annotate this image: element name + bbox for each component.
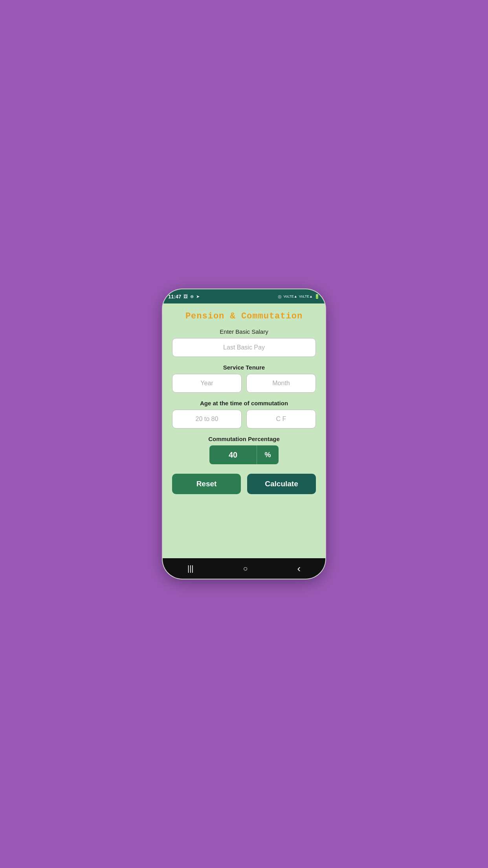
phone-frame: 11:47 🖼 ⊕ ➤ ◎ VoLTE▲ VoLTE▲ 🔋 Pension & … bbox=[163, 289, 325, 579]
cf-input[interactable] bbox=[246, 410, 316, 428]
reset-button[interactable]: Reset bbox=[172, 474, 241, 494]
month-input[interactable] bbox=[246, 374, 316, 393]
calculate-button[interactable]: Calculate bbox=[247, 474, 316, 494]
basic-salary-label: Enter Basic Salary bbox=[220, 328, 268, 335]
back-button[interactable]: ‹ bbox=[289, 559, 308, 578]
status-bar-left: 11:47 🖼 ⊕ ➤ bbox=[168, 294, 200, 300]
signal1-icon: VoLTE▲ bbox=[283, 294, 297, 298]
pct-symbol-display: % bbox=[257, 445, 279, 464]
age-commutation-label: Age at the time of commutation bbox=[200, 400, 288, 406]
status-icons-right: ◎ VoLTE▲ VoLTE▲ 🔋 bbox=[278, 294, 320, 299]
recent-apps-button[interactable]: ||| bbox=[180, 561, 202, 576]
globe-icon: ⊕ bbox=[190, 294, 194, 299]
pct-value-display: 40 bbox=[209, 445, 257, 464]
service-tenure-inputs bbox=[172, 374, 316, 393]
signal2-icon: VoLTE▲ bbox=[299, 294, 313, 298]
year-input[interactable] bbox=[172, 374, 242, 393]
app-content: Pension & Commutation Enter Basic Salary… bbox=[163, 303, 325, 558]
commutation-pct-label: Commutation Percentage bbox=[208, 436, 280, 442]
commutation-pct-row: 40 % bbox=[209, 445, 279, 464]
service-tenure-label: Service Tenure bbox=[223, 364, 265, 371]
app-title: Pension & Commutation bbox=[185, 311, 303, 321]
status-bar: 11:47 🖼 ⊕ ➤ ◎ VoLTE▲ VoLTE▲ 🔋 bbox=[163, 289, 325, 303]
age-commutation-inputs bbox=[172, 410, 316, 428]
bottom-nav: ||| ○ ‹ bbox=[163, 558, 325, 579]
home-button[interactable]: ○ bbox=[235, 561, 255, 576]
battery-icon: 🔋 bbox=[314, 294, 320, 299]
location-icon: ➤ bbox=[196, 294, 200, 299]
age-input[interactable] bbox=[172, 410, 242, 428]
image-icon: 🖼 bbox=[183, 294, 188, 299]
action-buttons: Reset Calculate bbox=[172, 474, 316, 494]
status-time: 11:47 bbox=[168, 294, 181, 300]
basic-pay-input[interactable] bbox=[172, 338, 316, 357]
wifi-icon: ◎ bbox=[278, 294, 282, 299]
